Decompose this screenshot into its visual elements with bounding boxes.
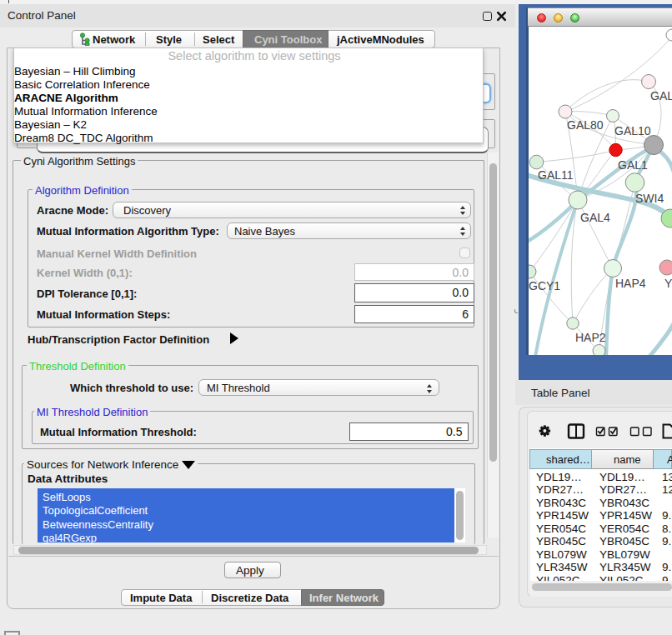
svg-text:HAP2: HAP2 <box>575 331 606 344</box>
svg-text:GCY1: GCY1 <box>529 279 560 292</box>
svg-text:GAL1: GAL1 <box>618 158 648 172</box>
svg-text:GAL10: GAL10 <box>614 124 651 138</box>
svg-text:GAL11: GAL11 <box>538 168 574 182</box>
svg-text:SWI4: SWI4 <box>635 192 664 205</box>
svg-text:GAL: GAL <box>650 89 672 102</box>
svg-text:HAP4: HAP4 <box>615 277 646 290</box>
svg-text:Y: Y <box>664 277 672 290</box>
svg-text:GAL80: GAL80 <box>567 118 604 132</box>
svg-text:GAL4: GAL4 <box>580 211 610 224</box>
